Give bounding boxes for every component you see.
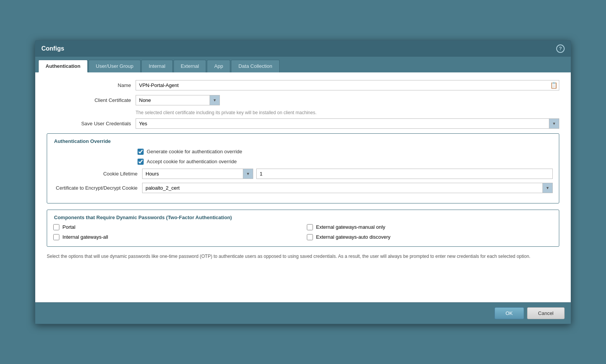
- tab-data-collection[interactable]: Data Collection: [231, 60, 279, 72]
- tab-external[interactable]: External: [174, 60, 206, 72]
- client-cert-select-wrap: None: [136, 95, 220, 105]
- name-control: 📋: [136, 80, 559, 90]
- ok-button[interactable]: OK: [495, 307, 524, 319]
- generate-cookie-row: Generate cookie for authentication overr…: [138, 149, 553, 155]
- two-factor-grid: Portal External gateways-manual only Int…: [53, 224, 553, 240]
- footer-note: Select the options that will use dynamic…: [47, 253, 559, 260]
- client-cert-dropdown-arrow: [210, 95, 219, 105]
- internal-gateways-checkbox-item: Internal gateways-all: [53, 234, 299, 240]
- tab-internal[interactable]: Internal: [141, 60, 172, 72]
- cancel-button[interactable]: Cancel: [527, 307, 565, 319]
- save-credentials-select-wrap: Yes No: [136, 118, 559, 129]
- cert-cookie-select[interactable]: paloalto_2_cert: [142, 183, 552, 193]
- cert-cookie-label: Certificate to Encrypt/Decrypt Cookie: [53, 185, 138, 191]
- portal-checkbox[interactable]: [53, 224, 59, 230]
- cookie-lifetime-label: Cookie Lifetime: [53, 171, 138, 177]
- client-cert-row: Client Certificate None: [47, 95, 559, 105]
- cookie-lifetime-select-wrap: Hours Days: [142, 169, 253, 179]
- cookie-lifetime-select[interactable]: Hours Days: [142, 169, 242, 179]
- cookie-lifetime-control: Hours Days: [142, 169, 553, 179]
- cookie-lifetime-dropdown-arrow: [243, 169, 253, 179]
- cert-cookie-select-wrap: paloalto_2_cert: [142, 183, 553, 193]
- save-credentials-label: Save User Credentials: [47, 121, 131, 126]
- external-auto-checkbox-item: External gateways-auto discovery: [307, 234, 553, 240]
- external-manual-checkbox[interactable]: [307, 224, 313, 230]
- two-factor-section: Components that Require Dynamic Password…: [47, 210, 559, 247]
- internal-gateways-checkbox[interactable]: [53, 234, 59, 240]
- portal-label: Portal: [62, 224, 75, 230]
- tab-app[interactable]: App: [207, 60, 230, 72]
- cookie-lifetime-row: Cookie Lifetime Hours Days: [53, 169, 553, 179]
- external-manual-label: External gateways-manual only: [316, 224, 385, 230]
- name-row: Name 📋: [47, 80, 559, 90]
- auth-override-section: Authentication Override Generate cookie …: [47, 133, 559, 203]
- save-credentials-control: Yes No: [136, 118, 559, 129]
- dialog-footer: OK Cancel: [35, 302, 571, 324]
- client-cert-control: None: [136, 95, 559, 105]
- generate-cookie-checkbox[interactable]: [138, 149, 144, 155]
- client-cert-hint: The selected client certificate includin…: [136, 110, 559, 115]
- content-area: Name 📋 Client Certificate None The sel: [35, 72, 571, 302]
- external-auto-label: External gateways-auto discovery: [316, 234, 390, 240]
- client-cert-select[interactable]: None: [136, 95, 174, 105]
- save-credentials-select[interactable]: Yes No: [136, 119, 559, 128]
- cert-cookie-row: Certificate to Encrypt/Decrypt Cookie pa…: [53, 183, 553, 193]
- external-manual-checkbox-item: External gateways-manual only: [307, 224, 553, 230]
- accept-cookie-row: Accept cookie for authentication overrid…: [138, 159, 553, 165]
- name-label: Name: [47, 82, 131, 88]
- two-factor-title: Components that Require Dynamic Password…: [52, 215, 234, 220]
- client-cert-label: Client Certificate: [47, 97, 131, 103]
- accept-cookie-checkbox[interactable]: [138, 159, 144, 165]
- help-icon[interactable]: ?: [556, 44, 565, 53]
- dialog-title: Configs: [41, 45, 64, 52]
- name-input[interactable]: [136, 80, 559, 90]
- external-auto-checkbox[interactable]: [307, 234, 313, 240]
- cookie-lifetime-number-input[interactable]: [256, 169, 553, 179]
- cert-cookie-control: paloalto_2_cert: [142, 183, 553, 193]
- generate-cookie-label: Generate cookie for authentication overr…: [147, 149, 242, 154]
- portal-checkbox-item: Portal: [53, 224, 299, 230]
- save-credentials-row: Save User Credentials Yes No: [47, 118, 559, 129]
- accept-cookie-label: Accept cookie for authentication overrid…: [147, 159, 237, 164]
- tab-authentication[interactable]: Authentication: [38, 60, 88, 72]
- dialog-header: Configs ?: [35, 41, 571, 57]
- auth-override-title: Authentication Override: [52, 138, 113, 144]
- tab-user-user-group[interactable]: User/User Group: [88, 60, 141, 72]
- name-input-wrap: 📋: [136, 80, 559, 90]
- auth-override-header: Authentication Override: [53, 138, 553, 144]
- user-card-icon: 📋: [550, 82, 558, 89]
- internal-gateways-label: Internal gateways-all: [62, 234, 108, 240]
- tab-bar: Authentication User/User Group Internal …: [35, 57, 571, 72]
- configs-dialog: Configs ? Authentication User/User Group…: [35, 40, 571, 324]
